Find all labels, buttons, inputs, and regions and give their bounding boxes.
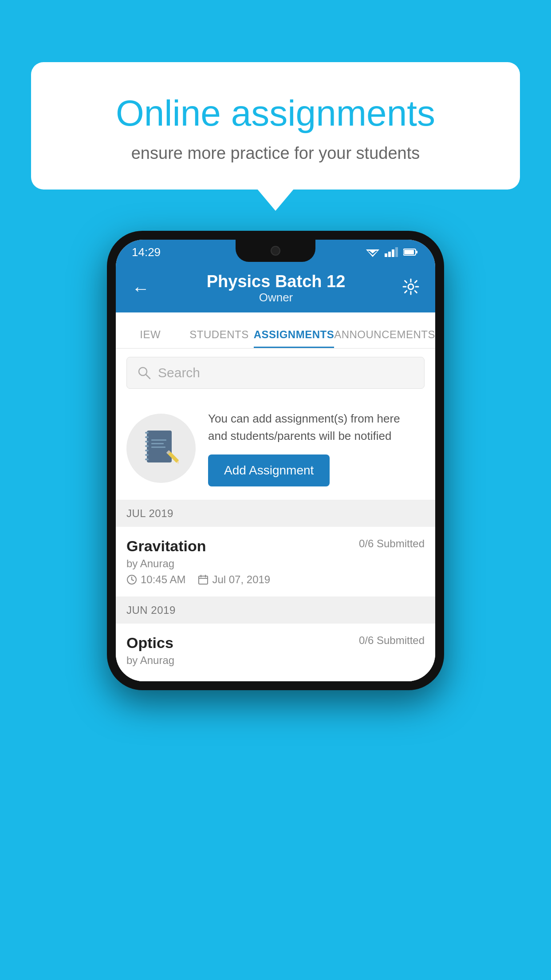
status-icons [366, 247, 417, 257]
phone-camera [271, 246, 280, 256]
svg-rect-3 [385, 253, 387, 257]
calendar-icon [198, 574, 209, 585]
assignment-item-gravitation[interactable]: Gravitation 0/6 Submitted by Anurag 10:4… [116, 527, 435, 597]
search-bar-container: Search [116, 349, 435, 397]
meta-date: Jul 07, 2019 [198, 573, 270, 586]
phone-outer: 14:29 [107, 231, 444, 690]
svg-rect-6 [395, 247, 398, 257]
assignment-item-optics[interactable]: Optics 0/6 Submitted by Anurag [116, 624, 435, 681]
svg-rect-4 [388, 252, 391, 257]
info-description: You can add assignment(s) from here and … [208, 410, 422, 445]
battery-icon [403, 248, 417, 256]
svg-rect-16 [145, 441, 149, 443]
promo-title: Online assignments [67, 93, 484, 133]
assignment-meta: 10:45 AM Jul 07, 2019 [126, 573, 425, 586]
header-center: Physics Batch 12 Owner [150, 273, 402, 305]
svg-rect-9 [416, 251, 417, 253]
assignment-author-optics: by Anurag [126, 654, 425, 667]
notebook-icon [143, 428, 179, 468]
svg-rect-14 [145, 432, 149, 434]
tab-assignments[interactable]: ASSIGNMENTS [254, 328, 335, 348]
section-header-jul: JUL 2019 [116, 500, 435, 527]
assignment-icon-circle [126, 414, 196, 483]
status-time: 14:29 [132, 245, 161, 259]
svg-rect-23 [151, 447, 165, 448]
svg-line-12 [146, 375, 150, 379]
assignment-submitted: 0/6 Submitted [359, 537, 425, 550]
app-header: ← Physics Batch 12 Owner [116, 265, 435, 312]
phone-screen: 14:29 [116, 240, 435, 681]
batch-title: Physics Batch 12 [150, 273, 402, 291]
assignment-name: Gravitation [126, 537, 206, 555]
info-card: You can add assignment(s) from here and … [116, 397, 435, 500]
tab-announcements[interactable]: ANNOUNCEMENTS [334, 328, 435, 348]
search-icon [138, 366, 151, 379]
svg-rect-18 [145, 450, 149, 451]
search-placeholder: Search [158, 365, 200, 380]
info-text-area: You can add assignment(s) from here and … [208, 410, 422, 486]
tab-students[interactable]: STUDENTS [185, 328, 253, 348]
svg-rect-21 [151, 439, 166, 441]
settings-button[interactable] [402, 278, 419, 299]
back-button[interactable]: ← [132, 279, 150, 299]
signal-icon [385, 247, 398, 257]
svg-rect-22 [151, 443, 164, 444]
svg-line-30 [132, 580, 134, 581]
assignment-author: by Anurag [126, 557, 425, 570]
svg-rect-20 [145, 458, 149, 460]
promo-container: Online assignments ensure more practice … [31, 62, 520, 190]
search-bar[interactable]: Search [126, 357, 425, 389]
svg-rect-17 [145, 445, 149, 447]
svg-rect-5 [392, 249, 394, 257]
add-assignment-button[interactable]: Add Assignment [208, 454, 330, 486]
svg-rect-19 [145, 454, 149, 456]
svg-rect-31 [199, 576, 208, 584]
phone-notch [236, 240, 315, 262]
svg-rect-8 [404, 250, 414, 254]
tabs-row: IEW STUDENTS ASSIGNMENTS ANNOUNCEMENTS [116, 312, 435, 349]
speech-bubble: Online assignments ensure more practice … [31, 62, 520, 190]
phone-mockup: 14:29 [107, 231, 444, 690]
assignment-row-top-optics: Optics 0/6 Submitted [126, 634, 425, 652]
svg-rect-15 [145, 436, 149, 438]
tab-iew[interactable]: IEW [116, 328, 185, 348]
assignment-row-top: Gravitation 0/6 Submitted [126, 537, 425, 555]
promo-subtitle: ensure more practice for your students [67, 144, 484, 163]
clock-icon [126, 574, 137, 585]
meta-time: 10:45 AM [126, 573, 185, 586]
assignment-name-optics: Optics [126, 634, 173, 652]
batch-subtitle: Owner [150, 291, 402, 304]
wifi-icon [366, 247, 379, 257]
assignment-submitted-optics: 0/6 Submitted [359, 634, 425, 647]
svg-point-10 [408, 284, 413, 289]
section-header-jun: JUN 2019 [116, 597, 435, 624]
